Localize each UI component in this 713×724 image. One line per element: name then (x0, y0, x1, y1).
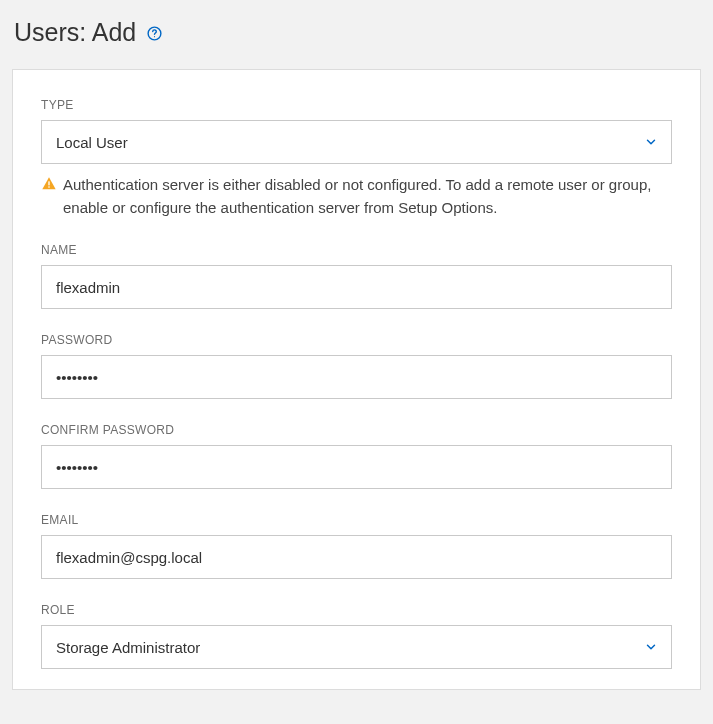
warning-icon (41, 176, 57, 192)
password-field: PASSWORD (41, 333, 672, 399)
password-input[interactable] (41, 355, 672, 399)
confirm-password-input[interactable] (41, 445, 672, 489)
name-label: NAME (41, 243, 672, 257)
role-select-wrap (41, 625, 672, 669)
role-field: ROLE (41, 603, 672, 669)
role-label: ROLE (41, 603, 672, 617)
name-input[interactable] (41, 265, 672, 309)
email-field: EMAIL (41, 513, 672, 579)
page-title: Users: Add (14, 18, 136, 47)
page-header: Users: Add (0, 0, 713, 69)
add-user-form-card: TYPE Authentication server is either dis… (12, 69, 701, 690)
email-label: EMAIL (41, 513, 672, 527)
confirm-password-field: CONFIRM PASSWORD (41, 423, 672, 489)
help-icon[interactable] (146, 23, 163, 41)
type-select[interactable] (41, 120, 672, 164)
auth-warning: Authentication server is either disabled… (41, 174, 672, 219)
password-label: PASSWORD (41, 333, 672, 347)
type-select-wrap (41, 120, 672, 164)
svg-rect-2 (48, 181, 49, 185)
type-field: TYPE Authentication server is either dis… (41, 98, 672, 219)
email-input[interactable] (41, 535, 672, 579)
svg-rect-3 (48, 186, 49, 187)
auth-warning-text: Authentication server is either disabled… (63, 174, 672, 219)
type-label: TYPE (41, 98, 672, 112)
name-field: NAME (41, 243, 672, 309)
role-select[interactable] (41, 625, 672, 669)
svg-point-1 (154, 36, 155, 37)
confirm-password-label: CONFIRM PASSWORD (41, 423, 672, 437)
